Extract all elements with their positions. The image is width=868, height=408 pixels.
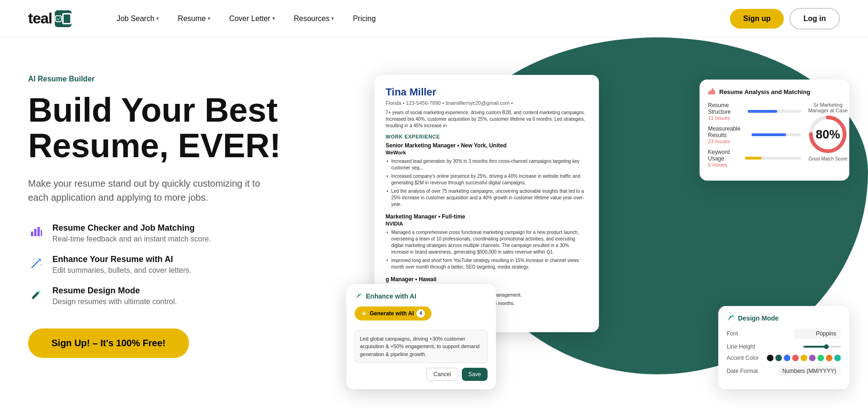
resume-section-work: WORK EXPERIENCE xyxy=(386,134,588,139)
cancel-button[interactable]: Cancel xyxy=(426,368,458,381)
analysis-row-2: Measureable Results 23 Issues xyxy=(708,125,801,144)
chevron-down-icon: ▾ xyxy=(272,15,275,22)
nav-actions: Sign up Log in xyxy=(730,8,840,29)
svg-line-5 xyxy=(32,261,38,268)
feature-design-mode-content: Resume Design Mode Design resumes with u… xyxy=(52,286,177,306)
svg-point-17 xyxy=(359,293,361,295)
hero-section: AI Resume Builder Build Your Best Resume… xyxy=(0,37,868,408)
svg-rect-13 xyxy=(712,88,714,95)
chevron-down-icon: ▾ xyxy=(156,15,159,22)
hero-title: Build Your Best Resume, EVER! xyxy=(28,93,346,163)
login-button[interactable]: Log in xyxy=(789,8,840,29)
analysis-bar-2 xyxy=(751,133,802,136)
feature-resume-checker-content: Resume Checker and Job Matching Real-tim… xyxy=(52,223,211,243)
design-row-accent-color: Accent Color xyxy=(727,355,841,361)
color-dot-purple[interactable] xyxy=(809,355,816,361)
design-row-font: Font Poppins xyxy=(727,328,841,339)
resume-contact: Florida • 123-5456-7890 • tinamilllernyc… xyxy=(386,100,588,106)
enhance-title: Enhance with AI xyxy=(355,292,488,300)
enhance-text-area[interactable]: Led global campaigns, driving +30% custo… xyxy=(355,330,488,364)
score-circle: 80% xyxy=(807,113,849,155)
enhance-card: Enhance with AI Generate with AI 4 Led g… xyxy=(346,284,496,390)
design-title: Design Mode xyxy=(727,314,841,322)
color-dot-teal[interactable] xyxy=(775,355,782,361)
nav-pricing[interactable]: Pricing xyxy=(345,11,383,27)
color-dot-cyan[interactable] xyxy=(834,355,841,361)
analysis-card: Resume Analysis and Matching Resume Stru… xyxy=(700,80,849,181)
hero-left: AI Resume Builder Build Your Best Resume… xyxy=(28,66,346,408)
nav-job-search[interactable]: Job Search ▾ xyxy=(109,11,167,27)
hero-subtitle: Make your resume stand out by quickly cu… xyxy=(28,176,271,204)
enhance-actions: Cancel Save xyxy=(355,368,488,381)
nav-links: Job Search ▾ Resume ▾ Cover Letter ▾ Res… xyxy=(109,11,730,27)
svg-point-7 xyxy=(39,259,41,261)
features-list: Resume Checker and Job Matching Real-tim… xyxy=(28,223,346,306)
resume-name: Tina Miller xyxy=(386,86,588,98)
analysis-title: Resume Analysis and Matching xyxy=(708,88,841,95)
nav-resume[interactable]: Resume ▾ xyxy=(170,11,218,27)
logo-icon xyxy=(55,10,72,27)
color-dot-red[interactable] xyxy=(792,355,799,361)
chevron-down-icon: ▾ xyxy=(208,15,211,22)
svg-rect-1 xyxy=(31,232,33,236)
feature-design-mode: Resume Design Mode Design resumes with u… xyxy=(28,286,346,306)
generate-btn-container: Generate with AI 4 xyxy=(355,306,488,325)
generate-with-ai-button[interactable]: Generate with AI 4 xyxy=(355,306,431,321)
design-card: Design Mode Font Poppins Line Height Acc… xyxy=(718,306,849,389)
analysis-row-1: Resume Structure 11 Issues xyxy=(708,102,801,121)
feature-resume-checker: Resume Checker and Job Matching Real-tim… xyxy=(28,223,346,243)
nav-resources[interactable]: Resources ▾ xyxy=(286,11,342,27)
svg-rect-11 xyxy=(708,91,710,95)
hero-right: Tina Miller Florida • 123-5456-7890 • ti… xyxy=(346,66,840,408)
svg-point-8 xyxy=(33,259,35,260)
feature-enhance-ai: Enhance Your Resume with AI Edit summari… xyxy=(28,255,346,275)
analysis-score: Sr Marketing Manager at Case 80% Good Ma… xyxy=(807,102,849,172)
design-row-line-height: Line Height xyxy=(727,343,841,350)
pencil-icon xyxy=(28,286,45,303)
analysis-left-col: Resume Structure 11 Issues Measureable R… xyxy=(708,102,801,172)
svg-rect-14 xyxy=(714,90,715,95)
navbar: teal Job Search ▾ Resume ▾ Cover Letter … xyxy=(0,0,868,37)
color-swatches[interactable] xyxy=(767,355,841,361)
resume-summary: 7+ years of social marketing experience,… xyxy=(386,109,588,129)
svg-rect-4 xyxy=(41,230,42,236)
logo[interactable]: teal xyxy=(28,10,72,27)
feature-enhance-ai-content: Enhance Your Resume with AI Edit summari… xyxy=(52,255,191,275)
design-row-date-format: Date Format Numbers (MM/YYYY) xyxy=(727,366,841,376)
analysis-divider: Resume Structure 11 Issues Measureable R… xyxy=(708,102,841,172)
color-dot-black[interactable] xyxy=(767,355,773,361)
resume-job-2: Marketing Manager • Full-time NVIDIA Man… xyxy=(386,213,588,270)
hero-eyebrow: AI Resume Builder xyxy=(28,75,346,83)
svg-rect-12 xyxy=(710,90,712,95)
chart-bar-icon xyxy=(28,223,45,240)
logo-text: teal xyxy=(28,10,52,27)
analysis-row-3: Keyword Usage 6 Issues xyxy=(708,149,801,168)
resume-job-1: Senior Marketing Manager • New York, Uni… xyxy=(386,142,588,208)
wand-icon xyxy=(28,255,45,271)
color-dot-yellow[interactable] xyxy=(801,355,807,361)
analysis-bar-3 xyxy=(745,157,802,160)
color-dot-green[interactable] xyxy=(817,355,824,361)
signup-button[interactable]: Sign up xyxy=(730,9,784,29)
svg-rect-3 xyxy=(37,227,40,236)
svg-point-9 xyxy=(41,264,42,266)
svg-rect-2 xyxy=(34,229,36,236)
chevron-down-icon: ▾ xyxy=(331,15,334,22)
svg-rect-19 xyxy=(731,315,734,317)
nav-cover-letter[interactable]: Cover Letter ▾ xyxy=(222,11,283,27)
color-dot-orange[interactable] xyxy=(826,355,832,361)
analysis-bar-1 xyxy=(748,110,801,113)
color-dot-blue[interactable] xyxy=(784,355,790,361)
line-height-slider[interactable] xyxy=(803,346,841,348)
score-text: 80% xyxy=(816,127,840,142)
cta-button[interactable]: Sign Up! – It's 100% Free! xyxy=(28,328,189,358)
save-button[interactable]: Save xyxy=(462,368,488,381)
